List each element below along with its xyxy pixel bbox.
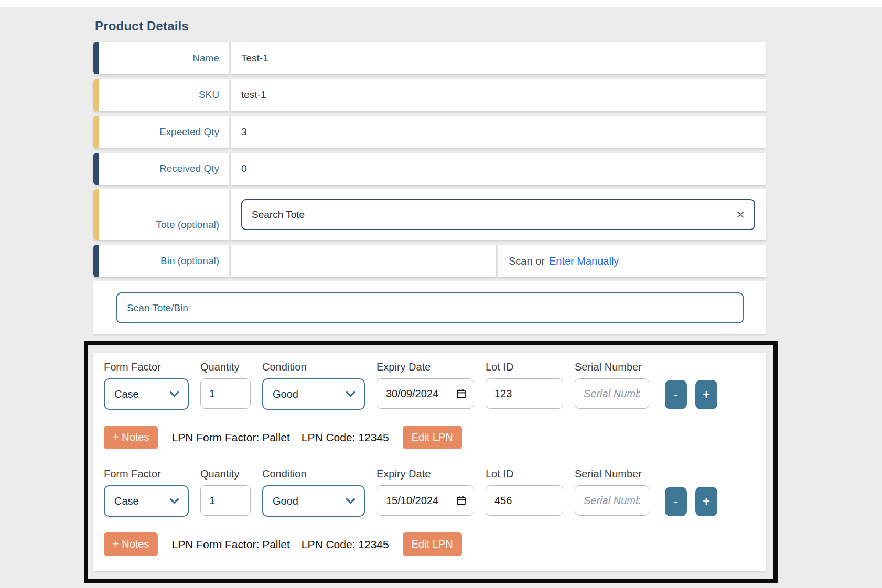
quantity-input[interactable] <box>200 485 251 516</box>
sku-value-card: test-1 <box>231 79 766 111</box>
expiry-date-label: Expiry Date <box>377 361 474 373</box>
condition-value: Good <box>273 495 298 507</box>
quantity-field: Quantity <box>200 361 251 409</box>
edit-lpn-button[interactable]: Edit LPN <box>403 532 462 556</box>
serial-number-field: Serial Number <box>575 468 649 516</box>
sku-label-card: SKU <box>93 79 229 111</box>
sku-label: SKU <box>199 89 219 101</box>
item-row-2-fields: Form Factor Case Quantity Condition Good <box>104 468 755 517</box>
condition-field: Condition Good <box>262 361 365 410</box>
calendar-icon[interactable] <box>456 388 467 399</box>
condition-select[interactable]: Good <box>262 485 365 517</box>
chevron-down-icon <box>346 391 356 398</box>
condition-select[interactable]: Good <box>262 378 365 410</box>
received-qty-label: Received Qty <box>159 163 219 175</box>
decrement-button[interactable]: - <box>665 487 687 516</box>
scan-tote-bin-card <box>93 281 766 334</box>
expiry-date-label: Expiry Date <box>377 468 474 480</box>
lot-id-field: Lot ID <box>486 468 563 516</box>
lot-id-input[interactable] <box>486 378 563 409</box>
condition-field: Condition Good <box>262 468 365 517</box>
detail-row-received-qty: Received Qty 0 <box>93 153 766 185</box>
item-row-1-lpn: + Notes LPN Form Factor: Pallet LPN Code… <box>104 426 755 449</box>
tote-label: Tote (optional) <box>156 219 219 231</box>
add-notes-button[interactable]: + Notes <box>104 426 158 449</box>
form-factor-label: Form Factor <box>104 361 189 373</box>
condition-label: Condition <box>262 468 365 480</box>
chevron-down-icon <box>169 498 179 505</box>
expiry-date-input[interactable]: 15/10/2024 <box>377 485 474 516</box>
expected-qty-value: 3 <box>241 126 247 138</box>
expected-qty-label: Expected Qty <box>159 126 219 138</box>
chevron-down-icon <box>346 498 356 505</box>
quantity-field: Quantity <box>200 468 251 516</box>
expected-qty-value-card: 3 <box>231 116 766 148</box>
close-icon[interactable]: × <box>735 208 746 222</box>
serial-number-input[interactable] <box>575 378 649 409</box>
page-title: Product Details <box>95 19 189 34</box>
quantity-label: Quantity <box>200 361 251 373</box>
bin-label-card: Bin (optional) <box>93 245 229 277</box>
page: Product Details Name Test-1 SKU test-1 E… <box>0 0 882 588</box>
expiry-date-value: 30/09/2024 <box>386 388 438 400</box>
detail-row-bin: Bin (optional) Scan or Enter Manually <box>93 245 766 277</box>
expiry-date-value: 15/10/2024 <box>386 495 438 507</box>
form-factor-select[interactable]: Case <box>104 485 189 517</box>
condition-value: Good <box>273 388 298 400</box>
scan-tote-bin-input[interactable] <box>116 292 744 323</box>
accent-bar <box>93 189 99 240</box>
name-value-card: Test-1 <box>231 42 766 74</box>
form-factor-select[interactable]: Case <box>104 378 189 410</box>
item-row-1-steppers: - + <box>665 361 717 409</box>
name-label-card: Name <box>93 42 229 74</box>
bin-label: Bin (optional) <box>160 255 219 267</box>
form-factor-field: Form Factor Case <box>104 468 189 517</box>
accent-bar <box>93 245 99 277</box>
accent-bar <box>93 42 99 74</box>
bin-input-area[interactable] <box>231 245 496 277</box>
item-row-1-fields: Form Factor Case Quantity Condition Good <box>104 361 755 410</box>
edit-lpn-button[interactable]: Edit LPN <box>403 426 462 449</box>
item-row-2-lpn: + Notes LPN Form Factor: Pallet LPN Code… <box>104 532 755 556</box>
lot-id-label: Lot ID <box>486 468 563 480</box>
name-label: Name <box>192 52 219 64</box>
lpn-code-text: LPN Code: 12345 <box>302 538 389 551</box>
form-factor-label: Form Factor <box>104 468 189 480</box>
quantity-label: Quantity <box>200 468 251 480</box>
add-notes-button[interactable]: + Notes <box>104 532 158 556</box>
increment-button[interactable]: + <box>695 380 717 409</box>
received-qty-value-card: 0 <box>231 153 766 185</box>
serial-number-input[interactable] <box>575 485 649 516</box>
enter-manually-link[interactable]: Enter Manually <box>549 255 619 267</box>
detail-row-expected-qty: Expected Qty 3 <box>93 116 766 148</box>
serial-number-label: Serial Number <box>575 361 649 373</box>
decrement-button[interactable]: - <box>665 380 687 409</box>
bin-input[interactable] <box>231 245 496 277</box>
bin-scan-card: Scan or Enter Manually <box>498 245 766 277</box>
accent-bar <box>93 153 99 185</box>
serial-number-label: Serial Number <box>575 468 649 480</box>
calendar-icon[interactable] <box>456 495 467 506</box>
sku-value: test-1 <box>241 89 266 101</box>
lot-id-input[interactable] <box>486 485 563 516</box>
tote-search-field[interactable]: × <box>241 199 755 230</box>
lot-id-field: Lot ID <box>486 361 563 409</box>
tote-search-input[interactable] <box>252 209 735 221</box>
detail-row-name: Name Test-1 <box>93 42 766 74</box>
chevron-down-icon <box>169 391 179 398</box>
top-bar <box>0 0 882 7</box>
quantity-input[interactable] <box>200 378 251 409</box>
tote-value-card: × <box>231 189 766 240</box>
form-factor-field: Form Factor Case <box>104 361 189 410</box>
items-card: Form Factor Case Quantity Condition Good <box>93 353 766 571</box>
lpn-code-text: LPN Code: 12345 <box>302 431 389 444</box>
form-factor-value: Case <box>114 388 139 400</box>
expiry-date-input[interactable]: 30/09/2024 <box>377 378 474 409</box>
increment-button[interactable]: + <box>695 487 717 516</box>
lpn-form-factor-text: LPN Form Factor: Pallet <box>171 538 289 551</box>
item-row-2-steppers: - + <box>665 468 717 516</box>
tote-label-card: Tote (optional) <box>93 189 229 240</box>
accent-bar <box>93 79 99 111</box>
lpn-form-factor-text: LPN Form Factor: Pallet <box>171 431 289 444</box>
scan-or-text: Scan or <box>509 255 545 267</box>
